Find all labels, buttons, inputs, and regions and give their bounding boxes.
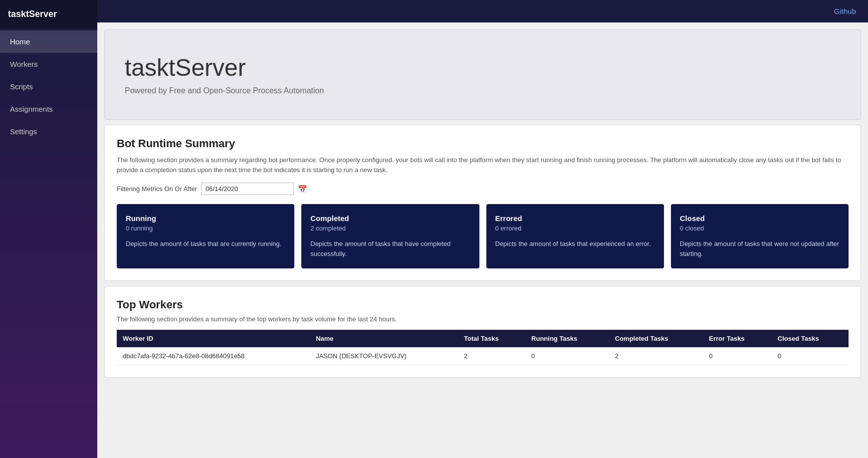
col-completed-tasks: Completed Tasks — [609, 330, 703, 347]
sidebar-item-assignments[interactable]: Assignments — [0, 98, 97, 120]
table-header-row: Worker ID Name Total Tasks Running Tasks… — [117, 330, 849, 347]
stat-card-errored-count: 0 errored — [495, 225, 655, 232]
workers-tbody: dbdc7afa-9232-4b7a-62e8-08d684091e58JASO… — [117, 347, 849, 365]
sidebar-item-settings[interactable]: Settings — [0, 120, 97, 143]
table-cell: 0 — [772, 347, 849, 365]
stat-card-completed-title: Completed — [310, 214, 470, 223]
github-link[interactable]: Github — [834, 7, 856, 15]
stat-card-completed: Completed 2 completed Depicts the amount… — [301, 204, 479, 268]
stat-card-running-title: Running — [126, 214, 285, 223]
summary-section: Bot Runtime Summary The following sectio… — [104, 125, 861, 281]
table-cell: dbdc7afa-9232-4b7a-62e8-08d684091e58 — [117, 347, 310, 365]
sidebar-nav: Home Workers Scripts Assignments Setting… — [0, 30, 97, 143]
col-total-tasks: Total Tasks — [458, 330, 525, 347]
table-cell: 0 — [525, 347, 609, 365]
table-row: dbdc7afa-9232-4b7a-62e8-08d684091e58JASO… — [117, 347, 849, 365]
hero-subtitle: Powered by Free and Open-Source Process … — [125, 86, 841, 95]
table-cell: 2 — [609, 347, 703, 365]
col-running-tasks: Running Tasks — [525, 330, 609, 347]
stat-card-running: Running 0 running Depicts the amount of … — [117, 204, 294, 268]
stat-card-errored-title: Errored — [495, 214, 655, 223]
filter-row: Filtering Metrics On Or After 📅 — [117, 183, 849, 195]
hero-section: tasktServer Powered by Free and Open-Sou… — [104, 29, 861, 120]
col-error-tasks: Error Tasks — [703, 330, 771, 347]
cards-row: Running 0 running Depicts the amount of … — [117, 204, 849, 268]
sidebar-item-workers[interactable]: Workers — [0, 53, 97, 75]
col-name: Name — [310, 330, 458, 347]
stat-card-closed-count: 0 closed — [680, 225, 840, 232]
main-content: Github tasktServer Powered by Free and O… — [97, 0, 868, 458]
stat-card-completed-desc: Depicts the amount of tasks that have co… — [310, 239, 470, 258]
stat-card-errored-desc: Depicts the amount of tasks that experie… — [495, 239, 655, 249]
hero-title: tasktServer — [125, 54, 841, 81]
topbar: Github — [97, 0, 868, 22]
sidebar-brand: tasktServer — [0, 0, 97, 28]
filter-date-input[interactable] — [201, 183, 294, 195]
stat-card-running-desc: Depicts the amount of tasks that are cur… — [126, 239, 285, 249]
stat-card-closed-title: Closed — [680, 214, 840, 223]
col-worker-id: Worker ID — [117, 330, 310, 347]
table-cell: 2 — [458, 347, 525, 365]
stat-card-running-count: 0 running — [126, 225, 285, 232]
stat-card-errored: Errored 0 errored Depicts the amount of … — [486, 204, 664, 268]
sidebar-item-home[interactable]: Home — [0, 30, 97, 53]
workers-section: Top Workers The following section provid… — [104, 286, 861, 378]
table-cell: JASON (DESKTOP-EVSVGJV) — [310, 347, 458, 365]
stat-card-completed-count: 2 completed — [310, 225, 470, 232]
stat-card-closed-desc: Depicts the amount of tasks that were no… — [680, 239, 840, 258]
col-closed-tasks: Closed Tasks — [772, 330, 849, 347]
summary-description: The following section provides a summary… — [117, 155, 849, 175]
calendar-icon[interactable]: 📅 — [298, 185, 307, 194]
workers-table: Worker ID Name Total Tasks Running Tasks… — [117, 330, 849, 365]
filter-label: Filtering Metrics On Or After — [117, 185, 197, 193]
summary-title: Bot Runtime Summary — [117, 137, 849, 150]
table-cell: 0 — [703, 347, 771, 365]
sidebar: tasktServer Home Workers Scripts Assignm… — [0, 0, 97, 458]
workers-title: Top Workers — [117, 298, 849, 311]
sidebar-item-scripts[interactable]: Scripts — [0, 75, 97, 98]
stat-card-closed: Closed 0 closed Depicts the amount of ta… — [671, 204, 849, 268]
workers-description: The following section provides a summary… — [117, 315, 849, 323]
